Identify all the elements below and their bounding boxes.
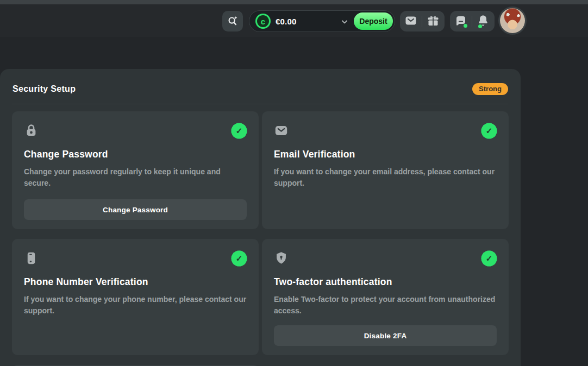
mail-icon [404, 14, 417, 29]
card-description: Change your password regularly to keep i… [24, 166, 247, 189]
page-title: Security Setup [12, 84, 76, 94]
phone-icon [24, 251, 39, 268]
card-title: Change Password [24, 149, 247, 160]
two-factor-card: Two-factor authentication Enable Two-fac… [262, 239, 509, 355]
balance-text: €0.00 [276, 17, 297, 26]
security-page: c €0.00 Deposit [0, 0, 588, 366]
verified-badge-icon [481, 123, 497, 138]
header-divider [12, 104, 508, 104]
wallet-selector[interactable]: c €0.00 Deposit [249, 10, 395, 32]
search-sparkle-icon [227, 15, 239, 28]
change-password-button[interactable]: Change Password [24, 199, 247, 220]
password-strength-badge: Strong [472, 83, 508, 95]
email-verification-card: Email Verification If you want to change… [262, 111, 509, 229]
bell-button[interactable] [472, 11, 494, 31]
panel-header: Security Setup Strong [0, 69, 521, 95]
deposit-button[interactable]: Deposit [354, 12, 393, 30]
chat-button[interactable] [450, 11, 472, 31]
gift-button[interactable] [422, 11, 444, 31]
gift-icon [427, 14, 440, 29]
chat-unread-dot [464, 24, 467, 28]
card-title: Phone Number Verification [24, 276, 247, 288]
chat-bell-group [450, 11, 495, 31]
verified-badge-icon [232, 123, 247, 138]
avatar[interactable] [500, 8, 525, 33]
verified-badge-icon [481, 251, 497, 266]
phone-verification-card: Phone Number Verification If you want to… [12, 239, 259, 355]
card-top-row [24, 123, 247, 140]
card-title: Email Verification [274, 149, 497, 160]
change-password-card: Change Password Change your password reg… [12, 111, 259, 229]
chevron-down-icon [340, 17, 349, 28]
card-description: Enable Two-factor to protect your accoun… [274, 294, 497, 317]
card-top-row [24, 251, 247, 268]
mail-gift-group [400, 11, 445, 31]
shield-keyhole-icon [274, 251, 289, 268]
lock-icon [24, 123, 39, 140]
card-top-row [274, 251, 497, 268]
mail-button[interactable] [400, 11, 422, 31]
top-strip [0, 0, 588, 4]
coin-icon: c [255, 14, 271, 29]
bell-unread-dot [478, 24, 482, 28]
card-description: If you want to change your phone number,… [24, 294, 247, 317]
card-top-row [274, 123, 497, 140]
mail-icon [274, 123, 289, 140]
security-setup-panel: Security Setup Strong [0, 69, 521, 366]
card-title: Two-factor authentication [274, 276, 497, 288]
top-navigation: c €0.00 Deposit [0, 4, 588, 37]
verified-badge-icon [232, 251, 247, 266]
card-description: If you want to change your email address… [274, 166, 497, 189]
search-button[interactable] [222, 11, 243, 31]
disable-2fa-button[interactable]: Disable 2FA [274, 325, 497, 346]
security-cards-grid: Change Password Change your password reg… [12, 111, 521, 366]
